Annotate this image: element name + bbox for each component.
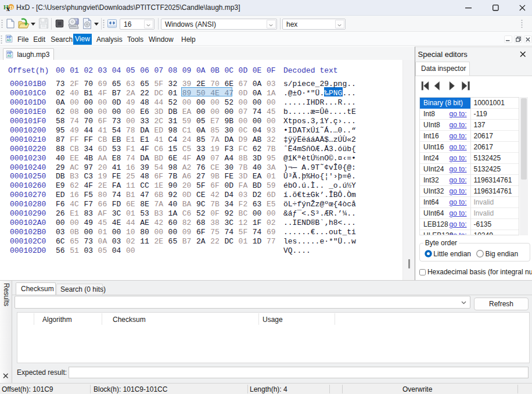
svg-text:AO: AO xyxy=(6,39,11,42)
svg-text:D: D xyxy=(10,5,14,10)
svg-text:FD: FD xyxy=(8,52,12,55)
svg-text:AO: AO xyxy=(8,55,12,58)
svg-text:FD: FD xyxy=(6,36,10,39)
svg-text:x: x xyxy=(6,5,10,13)
